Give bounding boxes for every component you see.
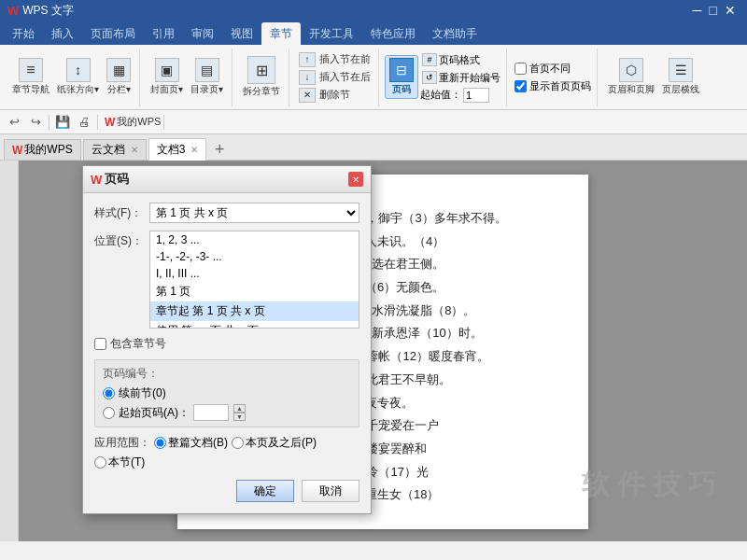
toolbar-btn-redo[interactable]: ↪ — [25, 113, 46, 132]
btn-cover[interactable]: ▣ 封面页▾ — [148, 56, 186, 98]
checkbox-show-first[interactable]: 显示首页页码 — [514, 79, 591, 93]
start-value-row: 起始值： — [420, 88, 502, 103]
tab-mywps[interactable]: W 我的WPS — [4, 139, 81, 160]
btn-page-line[interactable]: ☰ 页层横线 — [659, 56, 702, 98]
main-area: 汉皇（1）重色思倾国（2），御宇（3）多年求不得。 杨家有女初长成，养在深闺人未… — [0, 161, 747, 541]
style-row: 样式(F)： 第 1 页 共 x 页 — [94, 203, 359, 223]
btn-paper-dir[interactable]: ↕ 纸张方向▾ — [54, 56, 102, 98]
app-title: WPS 文字 — [22, 3, 74, 19]
wps-logo-toolbar: W 我的WPS — [105, 115, 161, 129]
tab-helper[interactable]: 文档助手 — [424, 22, 486, 45]
toolbar-btn-print[interactable]: 🖨 — [74, 113, 94, 132]
top-bar: W WPS 文字 ─ □ ✕ — [0, 0, 747, 21]
apply-range-row: 应用范围： 整篇文档(B) 本页及之后(P) 本节(T) — [94, 435, 359, 470]
spinner-up[interactable]: ▲ — [233, 404, 246, 413]
list-item-2[interactable]: I, II, III ... — [150, 265, 359, 282]
btn-page-format[interactable]: # 页码格式 — [420, 52, 502, 68]
dialog-close-btn[interactable]: ✕ — [348, 172, 363, 187]
tab-layout[interactable]: 页面布局 — [82, 22, 144, 45]
btn-header-footer[interactable]: ⬡ 页眉和页脚 — [605, 56, 657, 98]
tab-start[interactable]: 开始 — [4, 22, 43, 45]
btn-restart-num[interactable]: ↺ 重新开始编号 — [420, 70, 502, 86]
section-title: 页码编号： — [103, 366, 351, 382]
dialog-title-bar: W 页码 ✕ — [83, 166, 371, 193]
tab-reference[interactable]: 引用 — [144, 22, 183, 45]
btn-chapter-nav-label: 章节导航 — [12, 83, 49, 96]
radio-start-input[interactable] — [103, 407, 115, 419]
toolbar-sep2 — [97, 115, 98, 130]
position-listbox-wrapper: 1, 2, 3 ... -1-, -2-, -3- ... I, II, III… — [149, 231, 359, 329]
left-ruler — [0, 161, 19, 541]
spinner-down[interactable]: ▼ — [233, 413, 246, 421]
ribbon-group-cover: ▣ 封面页▾ ▤ 目录页▾ — [142, 49, 233, 106]
btn-chapter-nav[interactable]: ≡ 章节导航 — [9, 56, 52, 98]
tab-add-button[interactable]: + — [208, 139, 231, 160]
include-chapter-check[interactable] — [94, 338, 106, 350]
tab-review[interactable]: 审阅 — [183, 22, 222, 45]
confirm-button[interactable]: 确定 — [236, 480, 294, 502]
position-label: 位置(S)： — [94, 233, 146, 249]
radio-start-label[interactable]: 起始页码(A)： — [119, 405, 190, 421]
tab-special[interactable]: 特色应用 — [362, 22, 424, 45]
btn-page-line-label: 页层横线 — [662, 83, 699, 96]
tab-doc3[interactable]: 文档3 ✕ — [148, 138, 207, 161]
tab-clouddoc[interactable]: 云文档 ✕ — [83, 139, 147, 160]
toolbar-btn-save[interactable]: 💾 — [52, 113, 73, 132]
ribbon-group-checkboxes: 首页不同 显示首页页码 — [509, 49, 598, 106]
tab-view[interactable]: 视图 — [222, 22, 261, 45]
radio-this-section[interactable]: 本节(T) — [94, 455, 145, 470]
btn-delete-section[interactable]: ✕ 删除节 — [297, 87, 373, 104]
spinner: ▲ ▼ — [233, 404, 246, 421]
list-item-3[interactable]: 第 1 页 — [150, 282, 359, 301]
cancel-button[interactable]: 取消 — [302, 480, 359, 502]
btn-split-label: 拆分章节 — [243, 85, 280, 98]
wps-logo: W — [7, 4, 19, 18]
tab-close-clouddoc[interactable]: ✕ — [131, 145, 138, 155]
tab-dev[interactable]: 开发工具 — [301, 22, 362, 45]
btn-insert-before[interactable]: ↑ 插入节在前 — [297, 51, 373, 68]
ribbon-group-pagenum: ⊟ 页码 # 页码格式 ↺ 重新开始编号 起始值： — [381, 49, 507, 106]
list-item-4[interactable]: 章节起 第 1 页 共 x 页 — [150, 301, 359, 321]
tab-close-doc3[interactable]: ✕ — [190, 145, 198, 155]
watermark: 软件技巧 — [582, 466, 724, 504]
btn-toc[interactable]: ▤ 目录页▾ — [188, 56, 226, 98]
window-maximize[interactable]: □ — [710, 3, 717, 18]
btn-columns[interactable]: ▦ 分栏▾ — [104, 56, 134, 98]
btn-cover-label: 封面页▾ — [150, 83, 183, 96]
radio-continue-input[interactable] — [103, 387, 115, 399]
ribbon-group-nav: ≡ 章节导航 ↕ 纸张方向▾ ▦ 分栏▾ — [4, 49, 140, 106]
tab-insert[interactable]: 插入 — [43, 22, 82, 45]
window-close[interactable]: ✕ — [725, 3, 736, 18]
radio-this-after[interactable]: 本页及之后(P) — [232, 435, 317, 451]
radio-whole-doc[interactable]: 整篇文档(B) — [154, 435, 228, 451]
btn-insert-after[interactable]: ↓ 插入节在后 — [297, 69, 373, 86]
style-label: 样式(F)： — [94, 205, 146, 221]
toolbar-btn-undo[interactable]: ↩ — [4, 113, 24, 132]
dialog-wps-icon: W — [91, 173, 102, 187]
page-number-section: 页码编号： 续前节(0) 起始页码(A)： ▲ ▼ — [94, 359, 359, 427]
radio-continue-label[interactable]: 续前节(0) — [119, 385, 166, 401]
page-number-dialog[interactable]: W 页码 ✕ 样式(F)： 第 1 页 共 x 页 位置 — [82, 165, 372, 514]
btn-split-chapter[interactable]: ⊞ 拆分章节 — [240, 54, 283, 100]
btn-page-number[interactable]: ⊟ 页码 — [385, 55, 418, 99]
btn-paper-dir-label: 纸张方向▾ — [57, 83, 99, 96]
ribbon-tabs-bar: 开始 插入 页面布局 引用 审阅 视图 章节 开发工具 特色应用 文档助手 — [0, 21, 747, 45]
ribbon-group-header: ⬡ 页眉和页脚 ☰ 页层横线 — [599, 49, 708, 106]
include-chapter-label[interactable]: 包含章节号 — [110, 336, 166, 352]
position-listbox[interactable]: 1, 2, 3 ... -1-, -2-, -3- ... I, II, III… — [149, 231, 359, 329]
window-minimize[interactable]: ─ — [693, 3, 702, 18]
ribbon: ≡ 章节导航 ↕ 纸张方向▾ ▦ 分栏▾ ▣ 封面页▾ ▤ 目录页▾ ⊞ 拆分章… — [0, 45, 747, 110]
list-item-0[interactable]: 1, 2, 3 ... — [150, 231, 359, 248]
btn-page-number-label: 页码 — [392, 83, 411, 96]
tab-chapter[interactable]: 章节 — [261, 22, 301, 45]
list-item-1[interactable]: -1-, -2-, -3- ... — [150, 248, 359, 265]
dialog-buttons: 确定 取消 — [94, 478, 359, 504]
checkbox-first-page-diff[interactable]: 首页不同 — [514, 62, 591, 76]
start-value-input[interactable] — [463, 88, 489, 103]
start-page-input[interactable] — [193, 404, 229, 421]
style-select[interactable]: 第 1 页 共 x 页 — [149, 203, 359, 223]
radio-continue: 续前节(0) — [103, 385, 351, 401]
apply-range-label: 应用范围： — [94, 435, 150, 451]
dialog-title-text: 页码 — [105, 171, 129, 188]
list-item-5[interactable]: 使用 第 一 页 共 x 页 — [150, 321, 359, 329]
